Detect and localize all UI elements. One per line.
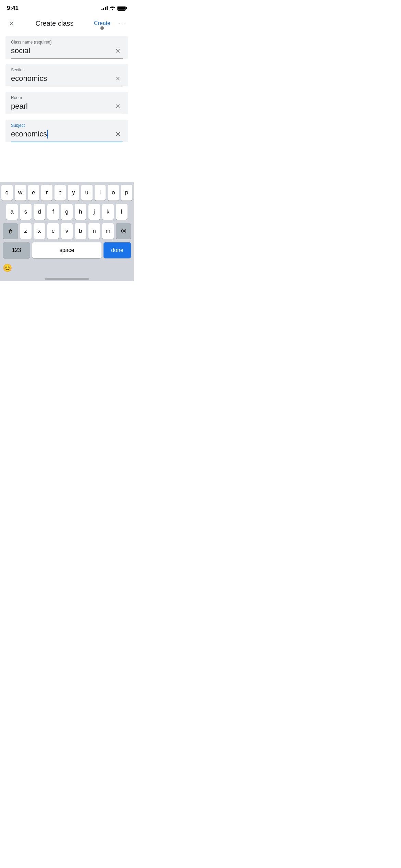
- keyboard: q w e r t y u i o p a s d f g h j k l: [0, 182, 134, 281]
- key-k[interactable]: k: [102, 204, 114, 220]
- wifi-icon: [110, 5, 115, 11]
- key-a[interactable]: a: [6, 204, 18, 220]
- key-j[interactable]: j: [88, 204, 100, 220]
- key-o[interactable]: o: [108, 185, 119, 201]
- key-e[interactable]: e: [28, 185, 39, 201]
- class-name-field[interactable]: Class name (required) social: [5, 36, 128, 59]
- keyboard-body: q w e r t y u i o p a s d f g h j k l: [0, 182, 134, 262]
- header-actions: Create ···: [91, 17, 128, 29]
- subject-label: Subject: [11, 123, 123, 128]
- room-label: Room: [11, 95, 123, 100]
- subject-clear-button[interactable]: [113, 129, 123, 139]
- subject-field[interactable]: Subject economics: [5, 120, 128, 142]
- key-y[interactable]: y: [68, 185, 79, 201]
- emoji-row: 😊: [0, 262, 134, 275]
- key-n[interactable]: n: [88, 223, 100, 239]
- subject-input-row: economics: [11, 129, 123, 142]
- header: Create class Create ···: [0, 14, 134, 34]
- key-u[interactable]: u: [81, 185, 93, 201]
- key-s[interactable]: s: [20, 204, 32, 220]
- room-input-row: pearl: [11, 101, 123, 114]
- status-time: 9:41: [7, 5, 19, 12]
- key-d[interactable]: d: [34, 204, 45, 220]
- class-name-clear-button[interactable]: [113, 46, 123, 56]
- key-i[interactable]: i: [95, 185, 106, 201]
- key-c[interactable]: c: [47, 223, 59, 239]
- key-f[interactable]: f: [47, 204, 59, 220]
- more-button[interactable]: ···: [116, 17, 128, 29]
- done-key[interactable]: done: [104, 242, 131, 258]
- key-l[interactable]: l: [116, 204, 127, 220]
- key-v[interactable]: v: [61, 223, 73, 239]
- keyboard-bottom-row: 123 space done: [1, 242, 132, 258]
- key-m[interactable]: m: [102, 223, 114, 239]
- key-x[interactable]: x: [34, 223, 45, 239]
- room-value: pearl: [11, 102, 113, 111]
- keyboard-row-3: z x c v b n m: [1, 223, 132, 239]
- shift-key[interactable]: [3, 223, 18, 239]
- room-field[interactable]: Room pearl: [5, 92, 128, 114]
- backspace-key[interactable]: [116, 223, 131, 239]
- class-name-label: Class name (required): [11, 40, 123, 45]
- section-label: Section: [11, 68, 123, 72]
- section-field[interactable]: Section economics: [5, 64, 128, 86]
- keyboard-row-1: q w e r t y u i o p: [1, 185, 132, 201]
- key-z[interactable]: z: [20, 223, 32, 239]
- room-clear-button[interactable]: [113, 101, 123, 111]
- space-key[interactable]: space: [32, 242, 101, 258]
- key-h[interactable]: h: [75, 204, 86, 220]
- section-value: economics: [11, 74, 113, 83]
- key-p[interactable]: p: [121, 185, 132, 201]
- status-bar: 9:41: [0, 0, 134, 14]
- page-title: Create class: [35, 20, 73, 27]
- key-t[interactable]: t: [54, 185, 66, 201]
- key-b[interactable]: b: [75, 223, 86, 239]
- home-bar: [45, 278, 89, 280]
- signal-icon: [101, 6, 108, 10]
- class-name-value: social: [11, 46, 113, 55]
- subject-value: economics: [11, 130, 113, 138]
- create-button[interactable]: Create: [91, 19, 113, 28]
- class-name-input-row: social: [11, 46, 123, 59]
- key-r[interactable]: r: [41, 185, 52, 201]
- section-input-row: economics: [11, 74, 123, 86]
- numbers-key[interactable]: 123: [3, 242, 30, 258]
- section-clear-button[interactable]: [113, 74, 123, 83]
- emoji-button[interactable]: 😊: [3, 264, 12, 273]
- close-button[interactable]: [5, 17, 18, 29]
- active-dot: [100, 26, 104, 30]
- status-icons: [101, 5, 127, 11]
- key-q[interactable]: q: [1, 185, 13, 201]
- keyboard-row-2: a s d f g h j k l: [1, 204, 132, 220]
- home-indicator: [0, 275, 134, 281]
- battery-icon: [117, 6, 127, 11]
- key-g[interactable]: g: [61, 204, 73, 220]
- key-w[interactable]: w: [15, 185, 26, 201]
- svg-rect-10: [10, 231, 11, 233]
